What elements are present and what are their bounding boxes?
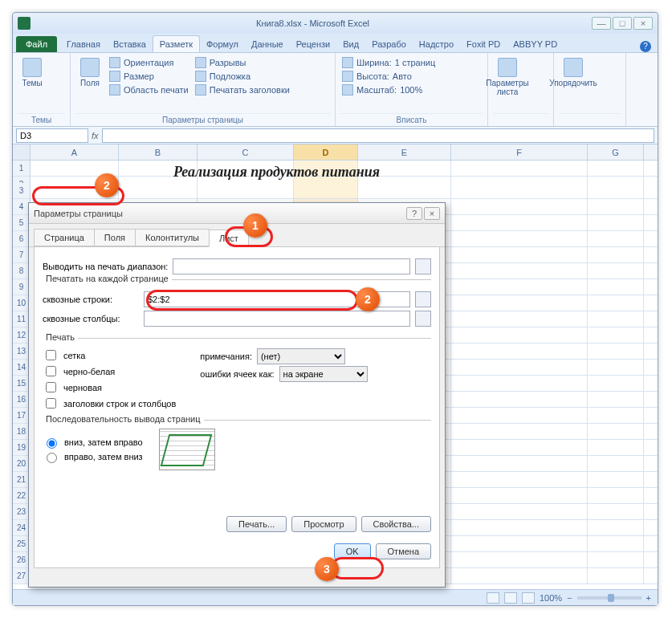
print-section-label: Печать — [43, 332, 78, 342]
dialog-tab-headerfooter[interactable]: Колонтитулы — [135, 229, 210, 246]
help-icon[interactable]: ? — [640, 41, 651, 52]
col-header-a[interactable]: A — [31, 144, 119, 160]
rows-repeat-ref-button[interactable] — [415, 291, 431, 307]
group-arrange-label — [559, 113, 621, 124]
rows-repeat-input[interactable] — [144, 291, 410, 307]
page-order-icon — [159, 429, 215, 470]
tab-insert[interactable]: Вставка — [107, 36, 153, 52]
sheet-title-cell: Реализация продуктов питания — [173, 164, 380, 181]
height-control[interactable]: Высота: Авто — [340, 70, 437, 83]
col-header-b[interactable]: B — [119, 144, 198, 160]
preview-button[interactable]: Просмотр — [291, 516, 356, 532]
dialog-tab-sheet[interactable]: Лист — [209, 230, 249, 247]
dialog-tab-page[interactable]: Страница — [34, 229, 95, 246]
dialog-tabs: Страница Поля Колонтитулы Лист — [29, 224, 445, 247]
cancel-button[interactable]: Отмена — [376, 543, 431, 559]
fx-icon[interactable]: fx — [92, 131, 99, 140]
tab-addins[interactable]: Надстро — [413, 36, 460, 52]
zoom-value: 100% — [540, 593, 562, 603]
order-section-label: Последовательность вывода страниц — [43, 414, 204, 424]
tab-view[interactable]: Вид — [336, 36, 365, 52]
view-layout-button[interactable] — [504, 592, 517, 604]
dialog-tab-margins[interactable]: Поля — [94, 229, 136, 246]
sheet-options-button[interactable]: Параметры листа — [493, 56, 522, 98]
properties-button[interactable]: Свойства... — [361, 516, 431, 532]
errors-select[interactable]: на экране — [279, 366, 368, 382]
tab-pagelayout[interactable]: Разметк — [153, 35, 200, 52]
order-down-radio[interactable] — [47, 438, 57, 449]
tab-data[interactable]: Данные — [245, 36, 290, 52]
size-button[interactable]: Размер — [108, 70, 190, 83]
excel-icon — [18, 17, 31, 30]
page-setup-dialog: Параметры страницы ? × Страница Поля Кол… — [28, 202, 446, 588]
breaks-button[interactable]: Разрывы — [193, 56, 291, 69]
name-box[interactable]: D3 — [16, 128, 88, 143]
order-over-radio[interactable] — [47, 453, 57, 463]
zoom-plus[interactable]: + — [646, 593, 651, 603]
tab-review[interactable]: Рецензи — [290, 36, 337, 52]
status-bar: 100% − + — [13, 589, 658, 605]
titlebar: Книга8.xlsx - Microsoft Excel — □ × — [13, 13, 658, 34]
close-button[interactable]: × — [633, 17, 653, 30]
ok-button[interactable]: OK — [334, 543, 371, 559]
row-header[interactable]: 3 — [13, 183, 31, 198]
dialog-titlebar: Параметры страницы ? × — [29, 203, 445, 224]
formula-input[interactable] — [102, 128, 654, 143]
col-header-c[interactable]: C — [198, 144, 294, 160]
tab-formulas[interactable]: Формул — [200, 36, 245, 52]
rows-repeat-label: сквозные строки: — [43, 295, 139, 304]
repeat-section-label: Печатать на каждой странице — [43, 274, 172, 283]
draft-checkbox[interactable] — [46, 382, 56, 392]
select-all-corner[interactable] — [13, 144, 31, 160]
col-header-e[interactable]: E — [358, 144, 451, 160]
print-area-button[interactable]: Область печати — [108, 83, 190, 96]
background-button[interactable]: Подложка — [193, 70, 291, 83]
col-header-g[interactable]: G — [588, 144, 644, 160]
cols-repeat-label: сквозные столбцы: — [43, 314, 139, 323]
zoom-minus[interactable]: − — [567, 593, 572, 603]
comments-label: примечания: — [200, 352, 252, 361]
scale-control[interactable]: Масштаб: 100% — [340, 83, 437, 96]
comments-select[interactable]: (нет) — [257, 348, 345, 364]
bw-checkbox[interactable] — [46, 366, 56, 376]
ribbon-tabs: Файл Главная Вставка Разметк Формул Данн… — [13, 34, 658, 53]
cols-repeat-ref-button[interactable] — [415, 311, 431, 327]
view-normal-button[interactable] — [487, 592, 499, 604]
zoom-slider[interactable] — [577, 596, 641, 600]
headings-checkbox[interactable] — [46, 398, 56, 409]
arrange-button[interactable]: Упорядочить — [559, 56, 588, 89]
tab-abbyy[interactable]: ABBYY PD — [507, 36, 564, 52]
tab-foxit[interactable]: Foxit PD — [460, 36, 507, 52]
print-titles-button[interactable]: Печатать заголовки — [193, 83, 291, 96]
orientation-button[interactable]: Ориентация — [108, 56, 190, 69]
gridlines-checkbox[interactable] — [46, 350, 56, 360]
errors-label: ошибки ячеек как: — [200, 369, 274, 379]
tab-home[interactable]: Главная — [60, 36, 107, 52]
print-range-label: Выводить на печать диапазон: — [43, 262, 168, 271]
ribbon: Темы Темы Поля Ориентация Размер Область… — [13, 53, 658, 127]
group-page-setup-label: Параметры страницы — [75, 113, 330, 124]
print-button[interactable]: Печать... — [226, 516, 287, 532]
tab-developer[interactable]: Разрабо — [365, 36, 413, 52]
row-header-1[interactable]: 1 — [13, 161, 31, 176]
group-scale-label: Вписать — [340, 113, 483, 124]
maximize-button[interactable]: □ — [613, 17, 632, 30]
formula-bar: D3 fx — [13, 127, 658, 144]
dialog-close-button[interactable]: × — [424, 207, 440, 220]
group-themes-label: Темы — [18, 113, 65, 124]
tab-file[interactable]: Файл — [16, 36, 57, 52]
themes-button[interactable]: Темы — [18, 56, 47, 89]
window-title: Книга8.xlsx - Microsoft Excel — [35, 18, 590, 28]
margins-button[interactable]: Поля — [75, 56, 104, 89]
dialog-title: Параметры страницы — [34, 209, 405, 218]
width-control[interactable]: Ширина: 1 страниц — [340, 56, 437, 69]
col-header-d[interactable]: D — [294, 144, 358, 160]
print-range-input[interactable] — [173, 258, 410, 274]
print-range-ref-button[interactable] — [415, 258, 431, 274]
dialog-help-button[interactable]: ? — [406, 207, 422, 220]
group-sheet-label — [493, 113, 548, 124]
view-break-button[interactable] — [522, 592, 535, 604]
minimize-button[interactable]: — — [592, 17, 611, 30]
cols-repeat-input[interactable] — [144, 311, 410, 327]
col-header-f[interactable]: F — [451, 144, 588, 160]
